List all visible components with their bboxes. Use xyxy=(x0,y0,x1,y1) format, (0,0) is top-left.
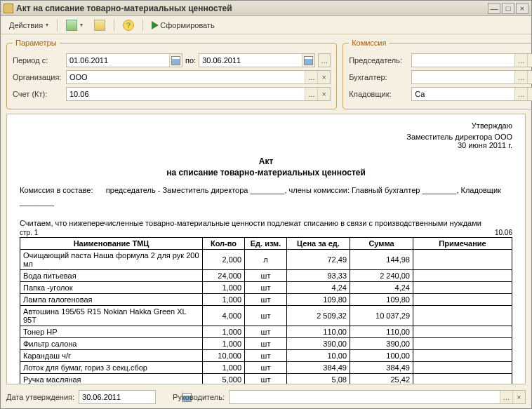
clear-button[interactable]: × xyxy=(527,54,532,67)
close-button[interactable]: × xyxy=(516,3,528,14)
col-qty: Кол-во xyxy=(203,238,245,250)
cell-qty: 5,000 xyxy=(203,374,245,385)
org-input[interactable] xyxy=(67,71,305,83)
form-icon xyxy=(94,20,105,31)
cell-sum: 100,00 xyxy=(350,350,413,362)
cell-sum: 4,24 xyxy=(350,282,413,294)
cell-qty: 1,000 xyxy=(203,338,245,350)
cell-note xyxy=(413,362,512,374)
cell-sum: 144,98 xyxy=(350,250,413,270)
period-to-label: по: xyxy=(185,56,196,65)
deputy-line: Заместитель директора ООО xyxy=(20,133,512,141)
commission-group: Комиссия Председатель: … × Бухгалтер: … … xyxy=(343,39,532,109)
cell-price: 390,00 xyxy=(287,338,350,350)
cell-name: Папка -уголок xyxy=(20,282,203,294)
account-input[interactable] xyxy=(67,88,305,100)
actions-menu[interactable]: Действия xyxy=(5,20,53,31)
select-button[interactable]: … xyxy=(500,391,512,403)
cell-note xyxy=(413,326,512,338)
cell-note xyxy=(413,306,512,326)
window-title: Акт на списание товарно-материальных цен… xyxy=(16,4,232,13)
page-number: стр. 1 xyxy=(20,229,38,236)
play-icon xyxy=(152,21,159,29)
app-icon xyxy=(4,4,13,13)
cell-name: Лампа галогеновая xyxy=(20,294,203,306)
clear-button[interactable]: × xyxy=(317,71,330,83)
actions-label: Действия xyxy=(9,21,43,29)
approve-date: 30 июня 2011 г. xyxy=(20,141,512,149)
clear-button[interactable]: × xyxy=(527,71,532,83)
cell-price: 110,00 xyxy=(287,326,350,338)
clear-button[interactable]: × xyxy=(317,88,330,100)
commission-label: Комиссия в составе: xyxy=(20,186,93,194)
cell-name: Ручка масляная xyxy=(20,374,203,385)
calendar-icon[interactable] xyxy=(302,54,314,67)
clear-button[interactable]: × xyxy=(527,88,532,100)
cell-price: 2 509,32 xyxy=(287,306,350,326)
chair-input[interactable] xyxy=(412,54,514,67)
period-select-button[interactable]: … xyxy=(318,53,331,67)
cell-sum: 25,42 xyxy=(350,374,413,385)
account-ref: 10.06 xyxy=(495,229,512,236)
manager-input[interactable] xyxy=(230,391,500,403)
consider-text: Считаем, что нижеперечисленные товарно-м… xyxy=(20,219,512,227)
approve-date-input[interactable] xyxy=(79,391,182,403)
table-row: Автошина 195/65 R15 Nokian Hakka Green X… xyxy=(20,306,512,326)
cell-note xyxy=(413,338,512,350)
period-from-input[interactable] xyxy=(67,54,169,67)
cell-price: 10,00 xyxy=(287,350,350,362)
accountant-label: Бухгалтер: xyxy=(349,73,408,81)
titlebar: Акт на списание товарно-материальных цен… xyxy=(1,1,531,16)
accountant-input[interactable] xyxy=(412,71,514,83)
table-row: Очищающий паста Наша формула 2 для рук 2… xyxy=(20,250,512,270)
generate-button[interactable]: Сформировать xyxy=(147,20,219,31)
select-button[interactable]: … xyxy=(514,88,527,100)
select-button[interactable]: … xyxy=(514,54,527,67)
select-button[interactable]: … xyxy=(514,71,527,83)
storekeeper-input[interactable] xyxy=(412,88,514,100)
storekeeper-label: Кладовщик: xyxy=(349,90,408,98)
clear-button[interactable]: × xyxy=(512,391,525,403)
col-price: Цена за ед. xyxy=(287,238,350,250)
help-icon: ? xyxy=(123,20,134,31)
cell-sum: 110,00 xyxy=(350,326,413,338)
select-button[interactable]: … xyxy=(305,71,317,83)
chair-label: Председатель: xyxy=(349,56,408,65)
period-to-input[interactable] xyxy=(199,54,302,67)
table-row: Папка -уголок1,000шт4,244,24 xyxy=(20,282,512,294)
form-button[interactable] xyxy=(90,18,109,32)
cell-name: Очищающий паста Наша формула 2 для рук 2… xyxy=(20,250,203,270)
report-area[interactable]: Утверждаю Заместитель директора ООО 30 и… xyxy=(6,114,526,384)
cell-unit: шт xyxy=(245,362,287,374)
cell-price: 72,49 xyxy=(287,250,350,270)
cell-note xyxy=(413,350,512,362)
cell-name: Автошина 195/65 R15 Nokian Hakka Green X… xyxy=(20,306,203,326)
manager-label: Руководитель: xyxy=(173,393,225,401)
separator xyxy=(57,19,58,32)
maximize-button[interactable]: □ xyxy=(502,3,514,14)
cell-note xyxy=(413,250,512,270)
calendar-icon[interactable] xyxy=(169,54,182,67)
account-label: Счет (Кт): xyxy=(13,90,63,98)
cell-qty: 1,000 xyxy=(203,362,245,374)
cell-unit: шт xyxy=(245,282,287,294)
cell-name: Карандаш ч/г xyxy=(20,350,203,362)
cell-unit: шт xyxy=(245,338,287,350)
col-note: Примечание xyxy=(413,238,512,250)
new-button[interactable] xyxy=(62,18,87,32)
select-button[interactable]: … xyxy=(305,88,317,100)
cell-sum: 390,00 xyxy=(350,338,413,350)
commission-legend: Комиссия xyxy=(349,39,389,47)
period-from-label: Период с: xyxy=(13,56,63,65)
cell-note xyxy=(413,294,512,306)
help-button[interactable]: ? xyxy=(119,18,138,32)
cell-name: Фильтр салона xyxy=(20,338,203,350)
footer: Дата утверждения: Руководитель: … × xyxy=(1,387,531,408)
cell-sum: 2 240,00 xyxy=(350,270,413,282)
cell-sum: 384,49 xyxy=(350,362,413,374)
cell-qty: 4,000 xyxy=(203,306,245,326)
generate-label: Сформировать xyxy=(160,21,215,29)
cell-qty: 24,000 xyxy=(203,270,245,282)
minimize-button[interactable]: — xyxy=(488,3,500,14)
cell-unit: шт xyxy=(245,294,287,306)
